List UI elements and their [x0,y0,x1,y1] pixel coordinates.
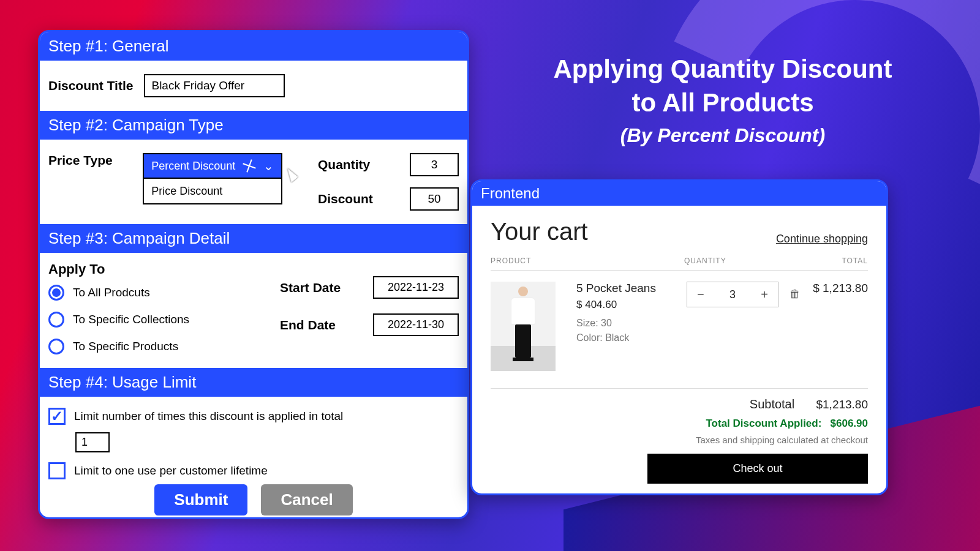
limit-total-input[interactable] [75,432,110,452]
headline-sub: (By Percent Discount) [484,124,962,147]
step2-header: Step #2: Campaign Type [40,111,467,140]
quantity-stepper[interactable]: − 3 + [687,282,778,307]
cart-item-row: 5 Pocket Jeans $ 404.60 Size: 30 Color: … [491,271,868,389]
radio-specific-products[interactable]: To Specific Products [48,339,239,354]
radio-specific-collections[interactable]: To Specific Collections [48,312,239,328]
cancel-button[interactable]: Cancel [261,484,352,515]
radio-icon [48,312,64,328]
product-color: Color: Black [576,331,687,345]
product-price: $ 404.60 [576,299,687,311]
radio-icon [48,285,64,301]
radio-icon [48,339,64,354]
limit-total-label: Limit number of times this discount is a… [74,410,343,423]
checkbox-checked-icon: ✓ [48,408,66,425]
step4-header: Step #4: Usage Limit [40,368,467,397]
plus-icon[interactable]: + [761,288,768,302]
product-name: 5 Pocket Jeans [576,282,687,295]
product-image [491,282,556,371]
discount-applied-value: $606.90 [831,418,868,429]
start-date-input[interactable] [373,276,459,299]
submit-button[interactable]: Submit [154,484,247,515]
apply-to-label: Apply To [48,261,239,277]
quantity-label: Quantity [318,157,391,172]
headline-line1: Applying Quantity Discount [554,54,892,83]
step1-header: Step #1: General [40,32,467,61]
minus-icon[interactable]: − [697,288,704,302]
headline: Applying Quantity Discountto All Product… [484,53,962,147]
checkbox-unchecked-icon [48,462,66,479]
discount-title-label: Discount Title [48,78,133,93]
frontend-panel: Frontend Your cart Continue shopping PRO… [470,179,888,495]
price-type-dropdown[interactable]: Percent Discount ⌄ Price Discount [143,153,282,204]
price-type-label: Price Type [48,153,132,168]
headline-line2: to All Products [631,88,813,117]
quantity-value: 3 [729,288,736,301]
col-product: PRODUCT [491,257,684,265]
quantity-input[interactable] [410,153,459,176]
end-date-input[interactable] [373,313,459,336]
end-date-label: End Date [280,318,360,332]
sparkle-icon [244,160,255,171]
limit-customer-label: Limit to one use per customer lifetime [74,464,268,478]
limit-customer-checkbox[interactable]: Limit to one use per customer lifetime [48,462,459,479]
line-total: $ 1,213.80 [801,282,868,371]
radio-all-label: To All Prodcuts [73,286,150,299]
checkout-button[interactable]: Check out [647,454,868,484]
tax-note: Taxes and shipping calculated at checkou… [491,435,868,445]
frontend-header: Frontend [472,181,886,206]
cart-title: Your cart [491,218,588,246]
trash-icon[interactable]: 🗑 [790,288,801,301]
discount-label: Discount [318,192,391,206]
dropdown-option-price[interactable]: Price Discount [143,179,282,204]
chevron-down-icon: ⌄ [263,159,274,173]
discount-applied-label: Total Discount Applied: [706,418,821,429]
cursor-icon [283,167,298,182]
subtotal-label: Subtotal [750,397,794,411]
subtotal-value: $1,213.80 [816,398,868,411]
discount-title-input[interactable] [144,74,285,97]
dropdown-selected: Percent Discount [151,160,235,173]
radio-all-products[interactable]: To All Prodcuts [48,285,239,301]
radio-collections-label: To Specific Collections [73,313,189,326]
product-size: Size: 30 [576,316,687,331]
admin-panel: Step #1: General Discount Title Step #2:… [38,30,469,519]
col-quantity: QUANTITY [684,257,801,265]
continue-shopping-link[interactable]: Continue shopping [776,233,868,246]
step3-header: Step #3: Campaign Detail [40,224,467,253]
radio-products-label: To Specific Products [73,340,178,353]
start-date-label: Start Date [280,280,360,295]
limit-total-checkbox[interactable]: ✓ Limit number of times this discount is… [48,408,459,425]
col-total: TOTAL [801,257,868,265]
discount-input[interactable] [410,187,459,211]
